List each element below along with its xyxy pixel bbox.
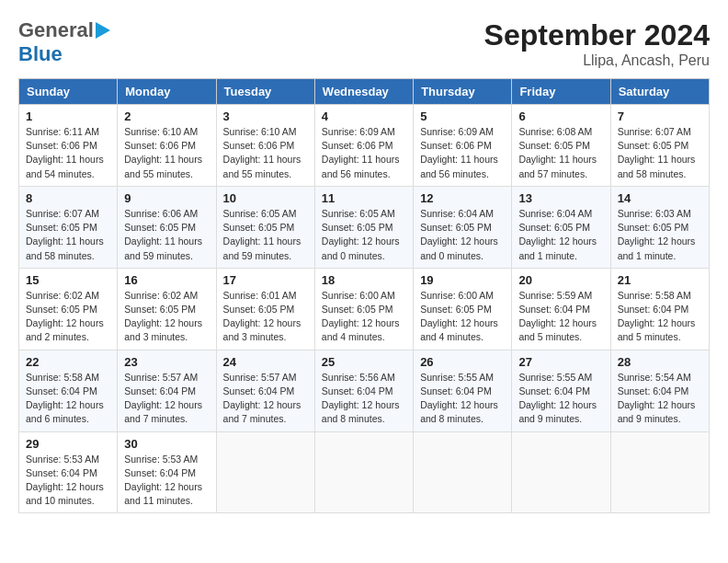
day-info: Sunrise: 6:00 AMSunset: 6:05 PMDaylight:…: [420, 289, 505, 345]
day-number: 18: [322, 273, 406, 287]
calendar-cell: 27Sunrise: 5:55 AMSunset: 6:04 PMDayligh…: [512, 350, 610, 431]
day-number: 5: [420, 109, 505, 123]
day-number: 16: [124, 273, 209, 287]
calendar-cell: 23Sunrise: 5:57 AMSunset: 6:04 PMDayligh…: [118, 350, 216, 431]
day-number: 11: [322, 191, 406, 205]
day-info: Sunrise: 5:58 AMSunset: 6:04 PMDaylight:…: [618, 289, 702, 345]
day-number: 25: [322, 355, 406, 369]
day-info: Sunrise: 6:02 AMSunset: 6:05 PMDaylight:…: [124, 289, 209, 345]
calendar-cell: 8Sunrise: 6:07 AMSunset: 6:05 PMDaylight…: [19, 186, 118, 268]
day-info: Sunrise: 5:55 AMSunset: 6:04 PMDaylight:…: [420, 371, 505, 427]
logo-general: General: [18, 18, 94, 42]
day-info: Sunrise: 6:09 AMSunset: 6:06 PMDaylight:…: [420, 125, 505, 181]
calendar-cell: 30Sunrise: 5:53 AMSunset: 6:04 PMDayligh…: [118, 431, 216, 513]
calendar-week-row: 22Sunrise: 5:58 AMSunset: 6:04 PMDayligh…: [19, 350, 710, 431]
day-info: Sunrise: 5:59 AMSunset: 6:04 PMDaylight:…: [518, 289, 603, 345]
calendar-cell: 1Sunrise: 6:11 AMSunset: 6:06 PMDaylight…: [19, 105, 118, 187]
calendar-cell: 12Sunrise: 6:04 AMSunset: 6:05 PMDayligh…: [414, 186, 512, 268]
calendar-cell: 29Sunrise: 5:53 AMSunset: 6:04 PMDayligh…: [19, 431, 118, 513]
day-info: Sunrise: 6:07 AMSunset: 6:05 PMDaylight:…: [618, 125, 702, 181]
col-sunday: Sunday: [19, 79, 118, 105]
day-number: 3: [223, 109, 308, 123]
calendar-cell: [314, 431, 413, 513]
day-number: 27: [518, 355, 603, 369]
calendar-cell: 25Sunrise: 5:56 AMSunset: 6:04 PMDayligh…: [314, 350, 413, 431]
calendar-cell: 10Sunrise: 6:05 AMSunset: 6:05 PMDayligh…: [216, 186, 314, 268]
calendar-table: Sunday Monday Tuesday Wednesday Thursday…: [18, 78, 710, 513]
calendar-header-row: Sunday Monday Tuesday Wednesday Thursday…: [19, 79, 710, 105]
day-number: 4: [322, 109, 406, 123]
col-monday: Monday: [118, 79, 216, 105]
day-number: 2: [124, 109, 209, 123]
calendar-week-row: 29Sunrise: 5:53 AMSunset: 6:04 PMDayligh…: [19, 431, 710, 513]
calendar-week-row: 1Sunrise: 6:11 AMSunset: 6:06 PMDaylight…: [19, 105, 710, 187]
calendar-cell: 14Sunrise: 6:03 AMSunset: 6:05 PMDayligh…: [610, 186, 709, 268]
day-number: 12: [420, 191, 505, 205]
day-info: Sunrise: 6:11 AMSunset: 6:06 PMDaylight:…: [26, 125, 110, 181]
col-thursday: Thursday: [414, 79, 512, 105]
day-info: Sunrise: 6:02 AMSunset: 6:05 PMDaylight:…: [26, 289, 110, 345]
day-number: 20: [518, 273, 603, 287]
day-info: Sunrise: 5:53 AMSunset: 6:04 PMDaylight:…: [124, 453, 209, 509]
calendar-cell: 24Sunrise: 5:57 AMSunset: 6:04 PMDayligh…: [216, 350, 314, 431]
day-info: Sunrise: 5:57 AMSunset: 6:04 PMDaylight:…: [223, 371, 308, 427]
day-number: 6: [518, 109, 603, 123]
page-header: General Blue September 2024 Llipa, Ancas…: [18, 18, 710, 69]
day-number: 10: [223, 191, 308, 205]
day-number: 9: [124, 191, 209, 205]
day-number: 24: [223, 355, 308, 369]
day-number: 13: [518, 191, 603, 205]
day-info: Sunrise: 6:06 AMSunset: 6:05 PMDaylight:…: [124, 207, 209, 263]
calendar-cell: 21Sunrise: 5:58 AMSunset: 6:04 PMDayligh…: [610, 268, 709, 350]
day-number: 14: [618, 191, 702, 205]
calendar-cell: 11Sunrise: 6:05 AMSunset: 6:05 PMDayligh…: [314, 186, 413, 268]
calendar-cell: 2Sunrise: 6:10 AMSunset: 6:06 PMDaylight…: [118, 105, 216, 187]
day-info: Sunrise: 6:00 AMSunset: 6:05 PMDaylight:…: [322, 289, 406, 345]
calendar-cell: [216, 431, 314, 513]
calendar-cell: 19Sunrise: 6:00 AMSunset: 6:05 PMDayligh…: [414, 268, 512, 350]
day-info: Sunrise: 5:58 AMSunset: 6:04 PMDaylight:…: [26, 371, 110, 427]
day-number: 21: [618, 273, 702, 287]
day-info: Sunrise: 5:54 AMSunset: 6:04 PMDaylight:…: [618, 371, 702, 427]
day-info: Sunrise: 6:10 AMSunset: 6:06 PMDaylight:…: [223, 125, 308, 181]
calendar-week-row: 15Sunrise: 6:02 AMSunset: 6:05 PMDayligh…: [19, 268, 710, 350]
logo-arrow-icon: [96, 22, 110, 39]
calendar-cell: 20Sunrise: 5:59 AMSunset: 6:04 PMDayligh…: [512, 268, 610, 350]
day-number: 19: [420, 273, 505, 287]
calendar-cell: [414, 431, 512, 513]
day-number: 26: [420, 355, 505, 369]
calendar-cell: 28Sunrise: 5:54 AMSunset: 6:04 PMDayligh…: [610, 350, 709, 431]
day-info: Sunrise: 5:56 AMSunset: 6:04 PMDaylight:…: [322, 371, 406, 427]
day-number: 28: [618, 355, 702, 369]
calendar-cell: 5Sunrise: 6:09 AMSunset: 6:06 PMDaylight…: [414, 105, 512, 187]
day-info: Sunrise: 6:08 AMSunset: 6:05 PMDaylight:…: [518, 125, 603, 181]
calendar-cell: [610, 431, 709, 513]
day-number: 1: [26, 109, 110, 123]
day-number: 8: [26, 191, 110, 205]
day-info: Sunrise: 5:53 AMSunset: 6:04 PMDaylight:…: [26, 453, 110, 509]
calendar-cell: 9Sunrise: 6:06 AMSunset: 6:05 PMDaylight…: [118, 186, 216, 268]
calendar-cell: 15Sunrise: 6:02 AMSunset: 6:05 PMDayligh…: [19, 268, 118, 350]
day-info: Sunrise: 5:57 AMSunset: 6:04 PMDaylight:…: [124, 371, 209, 427]
title-block: September 2024 Llipa, Ancash, Peru: [484, 18, 710, 69]
day-info: Sunrise: 6:10 AMSunset: 6:06 PMDaylight:…: [124, 125, 209, 181]
calendar-cell: 18Sunrise: 6:00 AMSunset: 6:05 PMDayligh…: [314, 268, 413, 350]
day-number: 23: [124, 355, 209, 369]
day-number: 17: [223, 273, 308, 287]
day-number: 15: [26, 273, 110, 287]
calendar-week-row: 8Sunrise: 6:07 AMSunset: 6:05 PMDaylight…: [19, 186, 710, 268]
day-number: 7: [618, 109, 702, 123]
calendar-subtitle: Llipa, Ancash, Peru: [484, 52, 710, 69]
calendar-cell: 3Sunrise: 6:10 AMSunset: 6:06 PMDaylight…: [216, 105, 314, 187]
day-info: Sunrise: 6:05 AMSunset: 6:05 PMDaylight:…: [223, 207, 308, 263]
day-info: Sunrise: 6:05 AMSunset: 6:05 PMDaylight:…: [322, 207, 406, 263]
day-info: Sunrise: 6:01 AMSunset: 6:05 PMDaylight:…: [223, 289, 308, 345]
calendar-cell: 4Sunrise: 6:09 AMSunset: 6:06 PMDaylight…: [314, 105, 413, 187]
day-number: 29: [26, 437, 110, 451]
calendar-cell: 6Sunrise: 6:08 AMSunset: 6:05 PMDaylight…: [512, 105, 610, 187]
day-info: Sunrise: 6:04 AMSunset: 6:05 PMDaylight:…: [518, 207, 603, 263]
logo-blue: Blue: [18, 42, 63, 65]
calendar-cell: 22Sunrise: 5:58 AMSunset: 6:04 PMDayligh…: [19, 350, 118, 431]
calendar-cell: 7Sunrise: 6:07 AMSunset: 6:05 PMDaylight…: [610, 105, 709, 187]
col-wednesday: Wednesday: [314, 79, 413, 105]
